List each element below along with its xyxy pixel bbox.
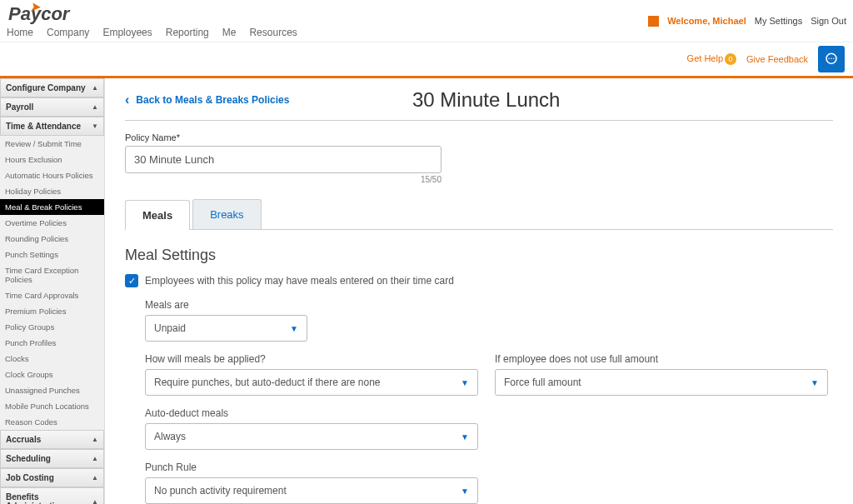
two-col-row: How will meals be applied? Require punch… [145,353,833,407]
punch-rule-select[interactable]: No punch activity requirement ▼ [145,477,478,504]
sidebar-item[interactable]: Hours Exclusion [0,152,104,167]
meals-are-select[interactable]: Unpaid ▼ [145,315,307,342]
sidebar: Configure Company▲Payroll▲Time & Attenda… [0,78,105,504]
nav-home[interactable]: Home [7,27,33,38]
meals-are-label: Meals are [145,299,833,311]
arrow-icon: ▲ [92,84,98,92]
welcome-text: Welcome, Michael [667,16,746,26]
checkbox-row-1: ✓ Employees with this policy may have me… [125,274,833,287]
punch-rule-value: No punch activity requirement [154,485,287,497]
arrow-icon: ▲ [92,436,98,443]
sidebar-section[interactable]: Payroll▲ [0,97,104,117]
nav-reporting[interactable]: Reporting [166,27,209,38]
page-title: 30 Minute Lunch [289,88,683,112]
main-content: ‹ Back to Meals & Breaks Policies 30 Min… [105,78,853,504]
arrow-icon: ▲ [92,474,98,482]
welcome-icon [648,16,659,27]
caret-down-icon: ▼ [461,378,469,387]
tabs: Meals Breaks [125,199,833,230]
meal-settings-title: Meal Settings [125,247,833,264]
help-badge: 0 [725,53,736,65]
sidebar-item[interactable]: Time Card Approvals [0,287,104,303]
sign-out-link[interactable]: Sign Out [811,16,846,26]
top-nav: Home Company Employees Reporting Me Reso… [7,27,297,38]
sidebar-section[interactable]: Accruals▲ [0,430,104,449]
sidebar-item[interactable]: Time Card Exception Policies [0,262,104,287]
full-amount-select[interactable]: Force full amount ▼ [495,369,828,396]
sidebar-section[interactable]: Benefits Administration▲ [0,487,104,504]
sidebar-item[interactable]: Punch Settings [0,247,104,262]
sidebar-item[interactable]: Clock Groups [0,367,104,382]
divider [125,120,833,121]
back-link[interactable]: ‹ Back to Meals & Breaks Policies [125,92,289,107]
checkbox-enable-meals[interactable]: ✓ [125,274,138,287]
sidebar-item[interactable]: Automatic Hours Policies [0,167,104,183]
sidebar-item[interactable]: Holiday Policies [0,183,104,199]
sidebar-item[interactable]: Mobile Punch Locations [0,398,104,414]
applied-value: Require punches, but auto-deduct if ther… [154,377,381,388]
auto-deduct-value: Always [154,431,186,442]
back-link-text: Back to Meals & Breaks Policies [136,94,289,106]
punch-rule-label: Punch Rule [145,462,833,473]
caret-down-icon: ▼ [290,324,298,333]
arrow-icon: ▼ [92,122,98,130]
sidebar-section[interactable]: Configure Company▲ [0,78,104,97]
sidebar-section[interactable]: Time & Attendance▼ [0,117,104,136]
sidebar-item[interactable]: Reason Codes [0,414,104,430]
form-indent: Meals are Unpaid ▼ How will meals be app… [145,299,833,504]
caret-down-icon: ▼ [461,487,469,496]
sidebar-item[interactable]: Rounding Policies [0,231,104,247]
nav-company[interactable]: Company [47,27,89,38]
chevron-left-icon: ‹ [125,92,129,107]
my-settings-link[interactable]: My Settings [755,16,802,26]
header: ➤Paycor Home Company Employees Reporting… [0,0,853,42]
sidebar-item[interactable]: Policy Groups [0,319,104,335]
sidebar-item[interactable]: Meal & Break Policies [0,199,104,215]
policy-name-input[interactable] [125,146,441,173]
layout: Configure Company▲Payroll▲Time & Attenda… [0,78,853,504]
sidebar-section[interactable]: Scheduling▲ [0,449,104,468]
auto-deduct-label: Auto-deduct meals [145,407,833,419]
full-amount-value: Force full amount [504,377,581,388]
sidebar-item[interactable]: Clocks [0,351,104,367]
policy-name-label: Policy Name* [125,132,833,142]
arrow-icon: ▲ [92,498,98,505]
chat-icon[interactable] [818,46,845,72]
page-title-row: ‹ Back to Meals & Breaks Policies 30 Min… [125,88,833,112]
arrow-icon: ▲ [92,455,98,462]
give-feedback-link[interactable]: Give Feedback [746,54,808,64]
char-count: 15/50 [125,175,441,184]
sidebar-item[interactable]: Unassigned Punches [0,382,104,398]
applied-select[interactable]: Require punches, but auto-deduct if ther… [145,369,478,396]
arrow-icon: ▲ [92,103,98,111]
checkbox-label-1: Employees with this policy may have meal… [145,275,454,287]
caret-down-icon: ▼ [811,378,819,387]
sidebar-item[interactable]: Punch Profiles [0,335,104,351]
sidebar-item[interactable]: Overtime Policies [0,215,104,231]
logo-area: ➤Paycor Home Company Employees Reporting… [7,3,297,38]
meals-are-value: Unpaid [154,322,186,334]
nav-employees[interactable]: Employees [102,27,152,38]
header-right: Welcome, Michael My Settings Sign Out [648,16,846,27]
subheader: Get Help0 Give Feedback [0,42,853,78]
sidebar-item[interactable]: Premium Policies [0,303,104,319]
logo-swoosh-icon: ➤ [30,0,40,13]
auto-deduct-select[interactable]: Always ▼ [145,423,478,450]
tab-meals[interactable]: Meals [125,200,190,230]
nav-resources[interactable]: Resources [249,27,297,38]
tab-breaks[interactable]: Breaks [192,199,261,229]
logo: ➤Paycor [7,3,297,25]
sidebar-item[interactable]: Review / Submit Time [0,136,104,152]
get-help-link[interactable]: Get Help0 [687,53,736,65]
caret-down-icon: ▼ [461,432,469,442]
applied-label: How will meals be applied? [145,353,478,365]
nav-me[interactable]: Me [222,27,237,38]
sidebar-section[interactable]: Job Costing▲ [0,468,104,487]
full-amount-label: If employee does not use full amount [495,353,828,365]
